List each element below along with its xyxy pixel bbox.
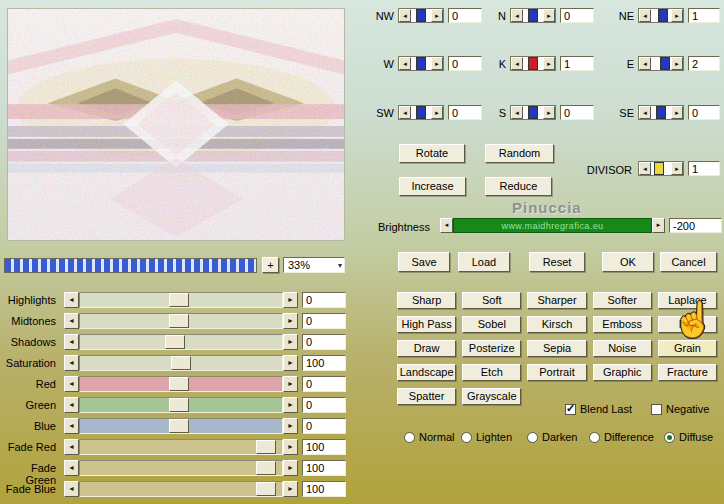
scroll-thumb[interactable] [528,106,538,119]
preset-portrait-button[interactable]: Portrait [527,364,586,381]
preset-fracture-button[interactable]: Fracture [658,364,717,381]
slider-right-arrow[interactable]: ► [283,355,298,371]
kernel-value-s[interactable]: 0 [560,105,594,120]
blend-last-checkbox[interactable] [565,404,576,415]
scroll-right-arrow[interactable]: ► [543,57,555,70]
blend-mode-diffuse[interactable]: Diffuse [664,431,713,443]
scroll-thumb[interactable] [658,9,668,22]
scroll-track[interactable] [411,106,431,119]
slider-thumb[interactable] [256,461,276,475]
kernel-value-k[interactable]: 1 [560,56,594,71]
scroll-left-arrow[interactable]: ◄ [639,57,651,70]
slider-track[interactable] [79,481,283,497]
kernel-value-nw[interactable]: 0 [448,8,482,23]
slider-thumb[interactable] [169,398,189,412]
slider-track[interactable] [79,376,283,392]
preset-draw-button[interactable]: Draw [397,340,456,357]
slider-left-arrow[interactable]: ◄ [64,460,79,476]
preset-high-pass-button[interactable]: High Pass [397,316,456,333]
negative-checkbox[interactable] [651,404,662,415]
kernel-scrollbar-se[interactable]: ◄► [638,105,684,120]
blend-mode-darken[interactable]: Darken [527,431,577,443]
scroll-left-arrow[interactable]: ◄ [639,106,651,119]
slider-value[interactable]: 100 [302,460,346,476]
slider-left-arrow[interactable]: ◄ [64,292,79,308]
slider-right-arrow[interactable]: ► [283,418,298,434]
scroll-right-arrow[interactable]: ► [671,9,683,22]
slider-track[interactable] [79,397,283,413]
kernel-scrollbar-s[interactable]: ◄► [510,105,556,120]
slider-value[interactable]: 100 [302,355,346,371]
scroll-thumb[interactable] [528,57,538,70]
scroll-thumb[interactable] [660,57,670,70]
brightness-left-arrow[interactable]: ◄ [440,218,453,233]
save-button[interactable]: Save [398,252,450,272]
slider-thumb[interactable] [256,482,276,496]
kernel-value-se[interactable]: 0 [688,105,720,120]
preset-noise-button[interactable]: Noise [593,340,652,357]
slider-right-arrow[interactable]: ► [283,460,298,476]
slider-thumb[interactable] [256,440,276,454]
scroll-thumb[interactable] [416,57,426,70]
random-button[interactable]: Random [485,144,554,163]
brightness-value[interactable]: -200 [669,218,722,233]
reset-button[interactable]: Reset [529,252,585,272]
scroll-right-arrow[interactable]: ► [671,162,683,175]
zoom-plus-button[interactable]: + [262,257,279,273]
scroll-left-arrow[interactable]: ◄ [511,106,523,119]
lighten-radio[interactable] [461,432,472,443]
slider-track[interactable] [79,313,283,329]
kernel-value-sw[interactable]: 0 [448,105,482,120]
slider-left-arrow[interactable]: ◄ [64,439,79,455]
slider-right-arrow[interactable]: ► [283,439,298,455]
scroll-thumb[interactable] [416,9,426,22]
load-button[interactable]: Load [458,252,510,272]
kernel-scrollbar-ne[interactable]: ◄► [638,8,684,23]
slider-thumb[interactable] [169,377,189,391]
preset-sharper-button[interactable]: Sharper [527,292,586,309]
kernel-value-n[interactable]: 0 [560,8,594,23]
kernel-value-e[interactable]: 2 [688,56,720,71]
scroll-right-arrow[interactable]: ► [543,106,555,119]
increase-button[interactable]: Increase [399,177,466,196]
slider-track[interactable] [79,439,283,455]
slider-value[interactable]: 0 [302,313,346,329]
slider-right-arrow[interactable]: ► [283,334,298,350]
kernel-scrollbar-nw[interactable]: ◄► [398,8,444,23]
slider-left-arrow[interactable]: ◄ [64,376,79,392]
scroll-left-arrow[interactable]: ◄ [399,57,411,70]
slider-right-arrow[interactable]: ► [283,397,298,413]
rotate-button[interactable]: Rotate [399,144,465,163]
reduce-button[interactable]: Reduce [485,177,552,196]
preset-posterize-button[interactable]: Posterize [462,340,521,357]
ok-button[interactable]: OK [602,252,654,272]
diffuse-radio[interactable] [664,432,675,443]
preset-landscape-button[interactable]: Landscape [397,364,456,381]
scroll-right-arrow[interactable]: ► [671,106,683,119]
preset-sobel-button[interactable]: Sobel [462,316,521,333]
kernel-scrollbar-e[interactable]: ◄► [638,56,684,71]
preset-soft-button[interactable]: Soft [462,292,521,309]
preset-grayscale-button[interactable]: Grayscale [462,388,521,405]
scroll-track[interactable] [651,9,671,22]
slider-value[interactable]: 0 [302,292,346,308]
scroll-right-arrow[interactable]: ► [431,9,443,22]
kernel-scrollbar-n[interactable]: ◄► [510,8,556,23]
slider-left-arrow[interactable]: ◄ [64,355,79,371]
slider-track[interactable] [79,460,283,476]
slider-thumb[interactable] [169,293,189,307]
scroll-track[interactable] [411,57,431,70]
kernel-value-ne[interactable]: 1 [688,8,720,23]
blend-mode-normal[interactable]: Normal [404,431,454,443]
slider-track[interactable] [79,355,283,371]
slider-left-arrow[interactable]: ◄ [64,418,79,434]
slider-value[interactable]: 0 [302,397,346,413]
preset-prewitt-button[interactable]: Pre [658,316,717,333]
divisor-value[interactable]: 1 [688,161,720,176]
blend-last-option[interactable]: Blend Last [565,403,632,415]
slider-track[interactable] [79,334,283,350]
slider-track[interactable] [79,418,283,434]
preset-etch-button[interactable]: Etch [462,364,521,381]
scroll-left-arrow[interactable]: ◄ [399,9,411,22]
slider-value[interactable]: 0 [302,334,346,350]
